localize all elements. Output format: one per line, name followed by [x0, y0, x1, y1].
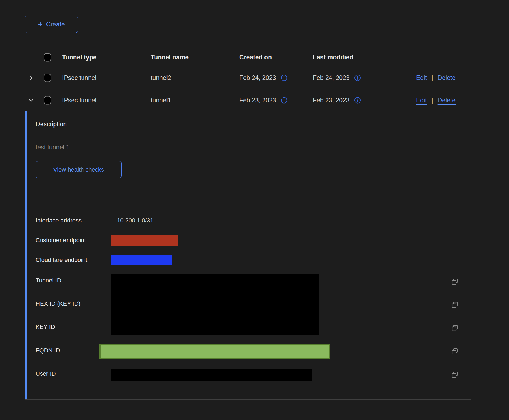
edit-link[interactable]: Edit	[416, 74, 427, 81]
row-actions: Edit | Delete	[416, 96, 456, 104]
expand-indicator-bar	[25, 111, 27, 399]
tunnel-ids-redacted-value	[111, 274, 319, 335]
tunnels-page: + Create Tunnel type Tunnel name Created…	[0, 0, 509, 420]
column-header-tunnel-name: Tunnel name	[151, 54, 189, 61]
row-actions: Edit | Delete	[416, 74, 456, 81]
info-icon[interactable]	[280, 96, 288, 104]
create-button[interactable]: + Create	[25, 16, 78, 33]
row-checkbox[interactable]	[44, 74, 51, 82]
row-checkbox[interactable]	[44, 96, 51, 104]
interface-address-label: Interface address	[36, 217, 82, 224]
fqdn-id-redacted-value	[99, 344, 330, 359]
hex-id-label: HEX ID (KEY ID)	[36, 300, 81, 307]
key-id-label: KEY ID	[36, 324, 55, 331]
info-icon[interactable]	[354, 74, 361, 81]
copy-icon	[451, 324, 458, 332]
last-modified-date: Feb 24, 2023	[313, 74, 350, 81]
copy-icon	[451, 348, 458, 355]
edit-link[interactable]: Edit	[416, 96, 427, 104]
tunnel-type-cell: IPsec tunnel	[62, 74, 96, 81]
table-row: IPsec tunnel tunnel2 Feb 24, 2023 Feb 24…	[25, 66, 471, 89]
user-id-label: User ID	[36, 370, 56, 377]
table-row: IPsec tunnel tunnel1 Feb 23, 2023 Feb 23…	[25, 89, 471, 111]
created-on-cell: Feb 23, 2023	[239, 96, 288, 104]
cloudflare-endpoint-redacted-value	[111, 255, 172, 265]
copy-user-id-button[interactable]	[450, 370, 459, 379]
user-id-redacted-value	[111, 369, 312, 381]
copy-fqdn-id-button[interactable]	[450, 347, 459, 356]
info-icon[interactable]	[280, 74, 288, 81]
copy-key-id-button[interactable]	[450, 324, 459, 332]
tunnel-id-label: Tunnel ID	[36, 277, 61, 284]
section-divider	[36, 197, 461, 197]
copy-tunnel-id-button[interactable]	[450, 277, 459, 286]
column-header-created-on: Created on	[239, 54, 272, 61]
create-button-label: Create	[46, 21, 65, 28]
tunnel-name-cell: tunnel2	[151, 74, 171, 81]
column-header-last-modified: Last modified	[313, 54, 353, 61]
created-on-date: Feb 24, 2023	[239, 74, 276, 81]
expand-row-button[interactable]	[26, 73, 36, 82]
table-header: Tunnel type Tunnel name Created on Last …	[25, 48, 471, 66]
last-modified-date: Feb 23, 2023	[313, 96, 350, 104]
cloudflare-endpoint-label: Cloudflare endpoint	[36, 256, 87, 264]
last-modified-cell: Feb 23, 2023	[313, 96, 361, 104]
view-health-checks-button[interactable]: View health checks	[36, 161, 122, 178]
tunnel-name-cell: tunnel1	[151, 96, 171, 104]
delete-link[interactable]: Delete	[438, 74, 456, 81]
interface-address-value: 10.200.1.0/31	[117, 217, 153, 224]
chevron-down-icon	[28, 97, 35, 104]
copy-icon	[451, 278, 458, 285]
tunnel-detail-panel: Description test tunnel 1 View health ch…	[25, 111, 471, 400]
select-all-checkbox[interactable]	[44, 53, 51, 62]
delete-link[interactable]: Delete	[438, 96, 456, 104]
description-label: Description	[36, 121, 67, 128]
action-separator: |	[431, 96, 433, 104]
column-header-tunnel-type: Tunnel type	[62, 54, 96, 61]
chevron-right-icon	[28, 74, 35, 81]
fqdn-id-label: FQDN ID	[36, 347, 60, 354]
copy-icon	[451, 371, 458, 378]
copy-hex-id-button[interactable]	[450, 301, 459, 309]
info-icon[interactable]	[354, 96, 361, 104]
customer-endpoint-redacted-value	[111, 235, 178, 246]
description-value: test tunnel 1	[36, 144, 69, 151]
tunnel-type-cell: IPsec tunnel	[62, 96, 96, 104]
created-on-date: Feb 23, 2023	[239, 96, 276, 104]
action-separator: |	[431, 74, 433, 81]
customer-endpoint-label: Customer endpoint	[36, 237, 86, 244]
created-on-cell: Feb 24, 2023	[239, 74, 288, 81]
last-modified-cell: Feb 24, 2023	[313, 74, 361, 81]
copy-icon	[451, 301, 458, 309]
collapse-row-button[interactable]	[26, 96, 36, 105]
view-health-checks-label: View health checks	[53, 166, 104, 173]
